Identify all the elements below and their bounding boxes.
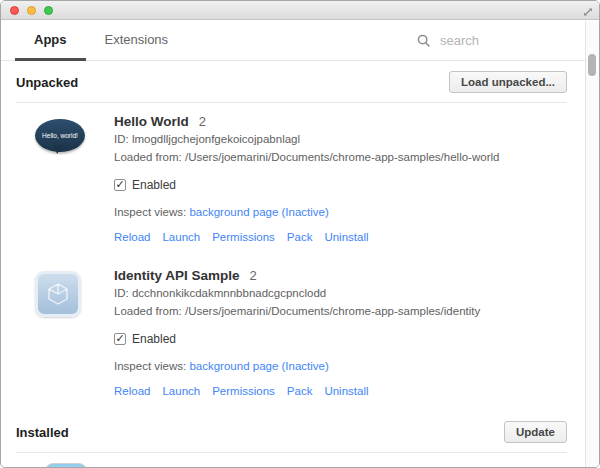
load-unpacked-button[interactable]: Load unpacked... bbox=[449, 71, 567, 93]
enabled-checkbox[interactable] bbox=[114, 179, 126, 191]
launch-link[interactable]: Launch bbox=[162, 385, 200, 397]
section-unpacked: Unpacked Load unpacked... bbox=[1, 61, 585, 102]
id-label: ID: bbox=[114, 287, 129, 299]
app-name: Identity API Sample bbox=[114, 268, 240, 283]
inspect-views-row: Inspect views: background page (Inactive… bbox=[114, 360, 567, 372]
traffic-lights bbox=[10, 6, 53, 15]
pack-link[interactable]: Pack bbox=[287, 231, 313, 243]
app-item-2x-client: 2X 2X Client for RDP/Remote Desktop10.6.… bbox=[1, 453, 585, 467]
tab-bar: Apps Extensions bbox=[1, 21, 585, 61]
uninstall-link[interactable]: Uninstall bbox=[324, 231, 368, 243]
section-title-unpacked: Unpacked bbox=[16, 75, 78, 90]
2x-client-app-icon: 2X bbox=[45, 463, 87, 467]
app-loaded-from-line: Loaded from: /Users/joemarini/Documents/… bbox=[114, 304, 567, 319]
uninstall-link[interactable]: Uninstall bbox=[324, 385, 368, 397]
close-button[interactable] bbox=[10, 6, 19, 15]
app-icon-column bbox=[35, 268, 91, 397]
id-label: ID: bbox=[114, 133, 129, 145]
search-icon bbox=[417, 34, 431, 48]
enabled-label: Enabled bbox=[132, 332, 176, 346]
app-id-line: ID: dcchnonkikcdakmnnbbnadcgcpnclodd bbox=[114, 286, 567, 301]
launch-link[interactable]: Launch bbox=[162, 231, 200, 243]
app-id-value: dcchnonkikcdakmnnbbnadcgcpnclodd bbox=[132, 287, 326, 299]
hello-world-icon-label: Hello, world! bbox=[42, 132, 78, 139]
app-window: Apps Extensions Unpacked Load unpacked..… bbox=[0, 0, 600, 468]
enabled-checkbox[interactable] bbox=[114, 333, 126, 345]
minimize-button[interactable] bbox=[27, 6, 36, 15]
section-installed: Installed Update bbox=[1, 411, 585, 452]
permissions-link[interactable]: Permissions bbox=[212, 231, 275, 243]
pack-link[interactable]: Pack bbox=[287, 385, 313, 397]
app-loaded-from-line: Loaded from: /Users/joemarini/Documents/… bbox=[114, 150, 567, 165]
fullscreen-expand-icon[interactable] bbox=[582, 4, 594, 16]
background-page-link[interactable]: background page (Inactive) bbox=[189, 206, 328, 218]
app-id-value: lmogdlljgchejonfgekoicojpabnlagl bbox=[132, 133, 300, 145]
reload-link[interactable]: Reload bbox=[114, 385, 150, 397]
app-icon-column: Hello, world! bbox=[35, 114, 91, 243]
action-links-row: Reload Launch Permissions Pack Uninstall bbox=[114, 385, 567, 397]
inspect-views-row: Inspect views: background page (Inactive… bbox=[114, 206, 567, 218]
app-details: Hello World2 ID: lmogdlljgchejonfgekoico… bbox=[114, 114, 567, 243]
update-button[interactable]: Update bbox=[504, 421, 567, 443]
titlebar bbox=[1, 1, 599, 20]
loaded-from-label: Loaded from: bbox=[114, 151, 182, 163]
app-title: Identity API Sample2 bbox=[114, 268, 567, 283]
inspect-views-label: Inspect views: bbox=[114, 360, 186, 372]
vertical-scrollbar[interactable] bbox=[585, 21, 599, 467]
zoom-button[interactable] bbox=[44, 6, 53, 15]
cube-icon bbox=[47, 282, 69, 306]
app-item-identity-api: Identity API Sample2 ID: dcchnonkikcdakm… bbox=[1, 257, 585, 411]
search-box bbox=[417, 21, 567, 60]
loaded-from-path: /Users/joemarini/Documents/chrome-app-sa… bbox=[185, 305, 480, 317]
tab-extensions[interactable]: Extensions bbox=[86, 21, 188, 61]
tab-apps[interactable]: Apps bbox=[15, 21, 86, 61]
identity-app-icon bbox=[35, 271, 81, 317]
scrollbar-thumb[interactable] bbox=[588, 54, 596, 76]
inspect-views-label: Inspect views: bbox=[114, 206, 186, 218]
section-title-installed: Installed bbox=[16, 425, 69, 440]
extensions-page: Apps Extensions Unpacked Load unpacked..… bbox=[1, 21, 585, 467]
enabled-row: Enabled bbox=[114, 178, 567, 192]
app-name: Hello World bbox=[114, 114, 189, 129]
app-details: 2X Client for RDP/Remote Desktop10.6.149… bbox=[114, 463, 567, 467]
app-details: Identity API Sample2 ID: dcchnonkikcdakm… bbox=[114, 268, 567, 397]
loaded-from-path: /Users/joemarini/Documents/chrome-app-sa… bbox=[185, 151, 499, 163]
background-page-link[interactable]: background page (Inactive) bbox=[189, 360, 328, 372]
app-title: Hello World2 bbox=[114, 114, 567, 129]
reload-link[interactable]: Reload bbox=[114, 231, 150, 243]
loaded-from-label: Loaded from: bbox=[114, 305, 182, 317]
app-version: 2 bbox=[199, 114, 206, 129]
window-body: Apps Extensions Unpacked Load unpacked..… bbox=[1, 21, 599, 467]
app-version: 2 bbox=[250, 268, 257, 283]
enabled-label: Enabled bbox=[132, 178, 176, 192]
action-links-row: Reload Launch Permissions Pack Uninstall bbox=[114, 231, 567, 243]
search-input[interactable] bbox=[440, 33, 552, 48]
permissions-link[interactable]: Permissions bbox=[212, 385, 275, 397]
hello-world-app-icon: Hello, world! bbox=[35, 119, 85, 152]
app-item-hello-world: Hello, world! Hello World2 ID: lmogdlljg… bbox=[1, 103, 585, 257]
enabled-row: Enabled bbox=[114, 332, 567, 346]
app-id-line: ID: lmogdlljgchejonfgekoicojpabnlagl bbox=[114, 132, 567, 147]
